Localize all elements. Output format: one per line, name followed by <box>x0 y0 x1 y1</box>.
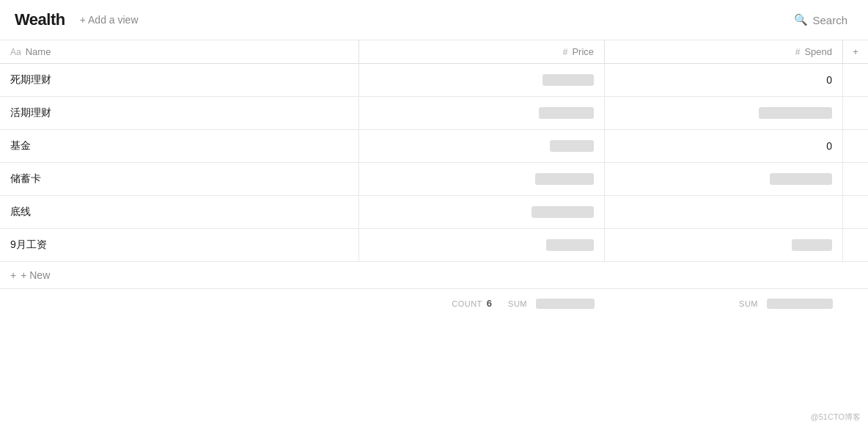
cell-extra <box>843 196 868 228</box>
cell-extra <box>843 163 868 195</box>
table-body: 死期理财 0 活期理财 基金 0 储蓄卡 <box>0 64 868 262</box>
blurred-price <box>542 74 594 86</box>
cell-extra <box>843 130 868 162</box>
header-left: Wealth + Add a view <box>15 10 144 29</box>
number-icon-spend: # <box>795 47 801 57</box>
cell-price[interactable] <box>359 229 605 261</box>
col-name-label: Name <box>26 46 51 57</box>
blurred-spend <box>792 239 832 251</box>
footer-name-cell <box>0 291 359 316</box>
page-title: Wealth <box>15 10 65 29</box>
page-header: Wealth + Add a view 🔍 Search <box>0 0 868 40</box>
blurred-price <box>535 173 594 185</box>
table-row: 基金 0 <box>0 130 868 163</box>
cell-extra <box>843 97 868 129</box>
cell-spend[interactable]: 0 <box>605 64 843 96</box>
col-price-label: Price <box>572 46 594 57</box>
number-icon: # <box>563 47 568 57</box>
cell-extra <box>843 64 868 96</box>
cell-price[interactable] <box>359 130 605 162</box>
spend-value: 0 <box>826 74 832 86</box>
search-label: Search <box>812 14 847 26</box>
cell-spend[interactable] <box>605 97 843 129</box>
watermark: @51CTO博客 <box>811 412 861 423</box>
sum-label: SUM <box>508 299 527 309</box>
cell-extra <box>843 229 868 261</box>
count-label: COUNT <box>452 299 482 308</box>
new-row-button[interactable]: + + New <box>0 262 868 289</box>
table-footer: COUNT 6 SUM SUM <box>0 289 868 316</box>
cell-name[interactable]: 底线 <box>0 196 359 228</box>
col-spend-label: Spend <box>804 46 832 57</box>
footer-price-cell: COUNT 6 SUM <box>359 291 605 316</box>
col-header-price[interactable]: # Price <box>359 40 605 63</box>
blurred-price <box>550 140 594 152</box>
search-button[interactable]: 🔍 Search <box>788 10 853 29</box>
cell-name[interactable]: 9月工资 <box>0 229 359 261</box>
blurred-sum2 <box>767 299 833 309</box>
plus-icon: + <box>10 269 16 281</box>
blurred-sum <box>536 299 595 309</box>
footer-spend-cell: SUM <box>605 291 843 316</box>
table-header: Aa Name # Price # Spend + <box>0 40 868 64</box>
cell-price[interactable] <box>359 97 605 129</box>
table-row: 死期理财 0 <box>0 64 868 97</box>
cell-price[interactable] <box>359 196 605 228</box>
blurred-price <box>546 239 594 251</box>
table-row: 储蓄卡 <box>0 163 868 196</box>
cell-price[interactable] <box>359 64 605 96</box>
blurred-spend <box>770 173 832 185</box>
col-header-add[interactable]: + <box>843 40 868 63</box>
text-icon: Aa <box>10 47 21 57</box>
cell-price[interactable] <box>359 163 605 195</box>
cell-name[interactable]: 死期理财 <box>0 64 359 96</box>
blurred-price <box>539 107 594 119</box>
spend-value: 0 <box>826 140 832 152</box>
add-view-button[interactable]: + Add a view <box>74 11 144 29</box>
search-icon: 🔍 <box>794 13 808 26</box>
sum-label2-text: SUM <box>739 299 758 308</box>
footer-extra-cell <box>843 291 868 316</box>
col-header-spend[interactable]: # Spend <box>605 40 843 63</box>
cell-name[interactable]: 活期理财 <box>0 97 359 129</box>
cell-name[interactable]: 基金 <box>0 130 359 162</box>
cell-spend[interactable]: 0 <box>605 130 843 162</box>
count-value: 6 <box>487 298 492 309</box>
cell-spend[interactable] <box>605 229 843 261</box>
cell-spend[interactable] <box>605 163 843 195</box>
cell-spend[interactable] <box>605 196 843 228</box>
table-row: 9月工资 <box>0 229 868 262</box>
table-row: 活期理财 <box>0 97 868 130</box>
table-row: 底线 <box>0 196 868 229</box>
new-row-label: + New <box>21 269 50 281</box>
sum-label-text: SUM <box>508 299 527 308</box>
add-column-icon: + <box>853 46 858 57</box>
blurred-price <box>532 206 594 218</box>
col-header-name[interactable]: Aa Name <box>0 40 359 63</box>
cell-name[interactable]: 储蓄卡 <box>0 163 359 195</box>
blurred-spend <box>759 107 832 119</box>
